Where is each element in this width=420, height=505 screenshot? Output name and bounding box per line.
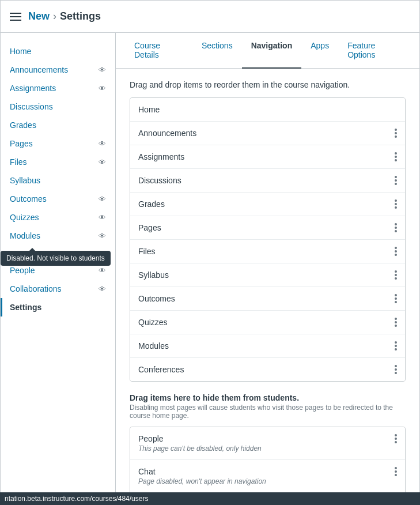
sidebar-link-settings: Settings xyxy=(10,303,41,312)
sidebar-item-outcomes[interactable]: Outcomes 👁 xyxy=(1,190,115,208)
settings-tabs: Course Details Sections Navigation Apps … xyxy=(116,33,419,69)
hide-title-text: Drag items here to hide them from studen… xyxy=(130,393,406,402)
nav-item-name-conferences: Conferences xyxy=(138,365,184,374)
nav-item-assignments[interactable]: Assignments xyxy=(130,145,405,169)
sidebar-link-files[interactable]: Files xyxy=(10,157,27,167)
eye-icon-quizzes[interactable]: 👁 xyxy=(99,213,106,222)
eye-icon-collaborations[interactable]: 👁 xyxy=(99,285,106,293)
hide-item-name-chat: Chat xyxy=(138,467,266,476)
status-url: ntation.beta.instructure.com/courses/484… xyxy=(5,495,148,503)
menu-dots-hide-people[interactable] xyxy=(395,434,397,443)
eye-icon-announcements[interactable]: 👁 xyxy=(99,66,106,74)
hide-item-desc-chat: Page disabled, won't appear in navigatio… xyxy=(138,477,266,485)
hide-item-name-people: People xyxy=(138,434,262,443)
sidebar-link-home[interactable]: Home xyxy=(10,47,31,56)
sidebar-item-modules[interactable]: Modules 👁 Disabled. Not visible to stude… xyxy=(1,227,115,245)
nav-item-pages[interactable]: Pages xyxy=(130,216,405,240)
sidebar-link-assignments[interactable]: Assignments xyxy=(10,84,56,93)
sidebar-item-pages[interactable]: Pages 👁 xyxy=(1,134,115,153)
nav-item-syllabus[interactable]: Syllabus xyxy=(130,263,405,287)
sidebar-link-modules[interactable]: Modules xyxy=(10,231,40,240)
header: New › Settings xyxy=(1,1,419,33)
modules-tooltip: Disabled. Not visible to students xyxy=(1,251,111,266)
nav-item-name-discussions: Discussions xyxy=(138,176,181,185)
drag-hint-text: Drag and drop items to reorder them in t… xyxy=(130,80,406,89)
eye-icon-assignments[interactable]: 👁 xyxy=(99,84,106,93)
sidebar-link-quizzes[interactable]: Quizzes xyxy=(10,213,39,222)
sidebar: Home Announcements 👁 Assignments 👁 Discu… xyxy=(1,33,116,505)
sidebar-item-settings[interactable]: Settings xyxy=(1,298,115,316)
tab-navigation[interactable]: Navigation xyxy=(242,33,302,69)
sidebar-item-discussions[interactable]: Discussions xyxy=(1,97,115,116)
nav-item-files[interactable]: Files xyxy=(130,240,405,263)
nav-item-announcements[interactable]: Announcements xyxy=(130,122,405,145)
hide-item-people[interactable]: People This page can't be disabled, only… xyxy=(130,427,405,460)
menu-dots-quizzes[interactable] xyxy=(395,318,397,327)
sidebar-link-syllabus[interactable]: Syllabus xyxy=(10,176,40,185)
sidebar-item-grades[interactable]: Grades xyxy=(1,116,115,134)
menu-dots-grades[interactable] xyxy=(395,199,397,209)
breadcrumb: New › Settings xyxy=(28,10,101,22)
sidebar-item-quizzes[interactable]: Quizzes 👁 xyxy=(1,208,115,227)
status-bar: ntation.beta.instructure.com/courses/484… xyxy=(0,492,420,505)
menu-dots-modules[interactable] xyxy=(395,341,397,351)
tab-apps[interactable]: Apps xyxy=(301,33,338,69)
eye-icon-modules[interactable]: 👁 xyxy=(99,232,106,240)
nav-item-discussions[interactable]: Discussions xyxy=(130,169,405,193)
hide-section: Drag items here to hide them from studen… xyxy=(130,393,406,505)
hide-item-desc-people: This page can't be disabled, only hidden xyxy=(138,444,262,453)
nav-item-name-grades: Grades xyxy=(138,199,165,209)
hide-subtitle-text: Disabling most pages will cause students… xyxy=(130,404,406,420)
menu-dots-files[interactable] xyxy=(395,247,397,256)
menu-dots-pages[interactable] xyxy=(395,223,397,232)
breadcrumb-separator: › xyxy=(53,10,56,22)
eye-icon-outcomes[interactable]: 👁 xyxy=(99,195,106,203)
hamburger-menu-icon[interactable] xyxy=(10,13,21,21)
hide-item-chat[interactable]: Chat Page disabled, won't appear in navi… xyxy=(130,460,405,493)
tab-sections[interactable]: Sections xyxy=(192,33,242,69)
breadcrumb-new-link[interactable]: New xyxy=(28,10,50,22)
menu-dots-conferences[interactable] xyxy=(395,365,397,374)
nav-item-name-syllabus: Syllabus xyxy=(138,270,169,280)
menu-dots-announcements[interactable] xyxy=(395,129,397,138)
nav-item-name-quizzes: Quizzes xyxy=(138,318,168,327)
menu-dots-discussions[interactable] xyxy=(395,176,397,185)
sidebar-item-syllabus[interactable]: Syllabus xyxy=(1,171,115,190)
sidebar-link-discussions[interactable]: Discussions xyxy=(10,102,53,111)
tab-feature-options[interactable]: Feature Options xyxy=(338,33,410,69)
sidebar-link-grades[interactable]: Grades xyxy=(10,120,36,130)
nav-item-name-pages: Pages xyxy=(138,223,161,232)
sidebar-link-announcements[interactable]: Announcements xyxy=(10,65,68,74)
menu-dots-syllabus[interactable] xyxy=(395,270,397,280)
nav-items-list: Home Announcements Assignments Discussio… xyxy=(130,97,406,382)
nav-item-grades[interactable]: Grades xyxy=(130,193,405,216)
sidebar-item-files[interactable]: Files 👁 xyxy=(1,153,115,171)
nav-item-home[interactable]: Home xyxy=(130,98,405,122)
nav-item-modules[interactable]: Modules xyxy=(130,334,405,358)
sidebar-item-home[interactable]: Home xyxy=(1,42,115,61)
menu-dots-hide-chat[interactable] xyxy=(395,467,397,476)
sidebar-item-collaborations[interactable]: Collaborations 👁 xyxy=(1,280,115,298)
hide-item-text-people: People This page can't be disabled, only… xyxy=(138,434,262,453)
menu-dots-assignments[interactable] xyxy=(395,152,397,161)
eye-icon-pages[interactable]: 👁 xyxy=(99,140,106,148)
nav-item-name-assignments: Assignments xyxy=(138,152,184,161)
sidebar-link-collaborations[interactable]: Collaborations xyxy=(10,284,62,293)
sidebar-item-announcements[interactable]: Announcements 👁 xyxy=(1,61,115,79)
nav-item-name-outcomes: Outcomes xyxy=(138,294,175,303)
tab-course-details[interactable]: Course Details xyxy=(125,33,192,69)
nav-item-outcomes[interactable]: Outcomes xyxy=(130,287,405,311)
breadcrumb-current: Settings xyxy=(60,10,101,22)
sidebar-link-outcomes[interactable]: Outcomes xyxy=(10,194,47,203)
nav-item-quizzes[interactable]: Quizzes xyxy=(130,311,405,334)
sidebar-link-pages[interactable]: Pages xyxy=(10,139,33,148)
nav-item-name-modules: Modules xyxy=(138,341,169,351)
eye-icon-people[interactable]: 👁 xyxy=(99,266,106,275)
menu-dots-outcomes[interactable] xyxy=(395,294,397,303)
sidebar-link-people[interactable]: People xyxy=(10,266,35,275)
hide-item-text-chat: Chat Page disabled, won't appear in navi… xyxy=(138,467,266,485)
main-content: Course Details Sections Navigation Apps … xyxy=(116,33,419,505)
nav-item-conferences[interactable]: Conferences xyxy=(130,358,405,381)
eye-icon-files[interactable]: 👁 xyxy=(99,158,106,167)
sidebar-item-assignments[interactable]: Assignments 👁 xyxy=(1,79,115,97)
